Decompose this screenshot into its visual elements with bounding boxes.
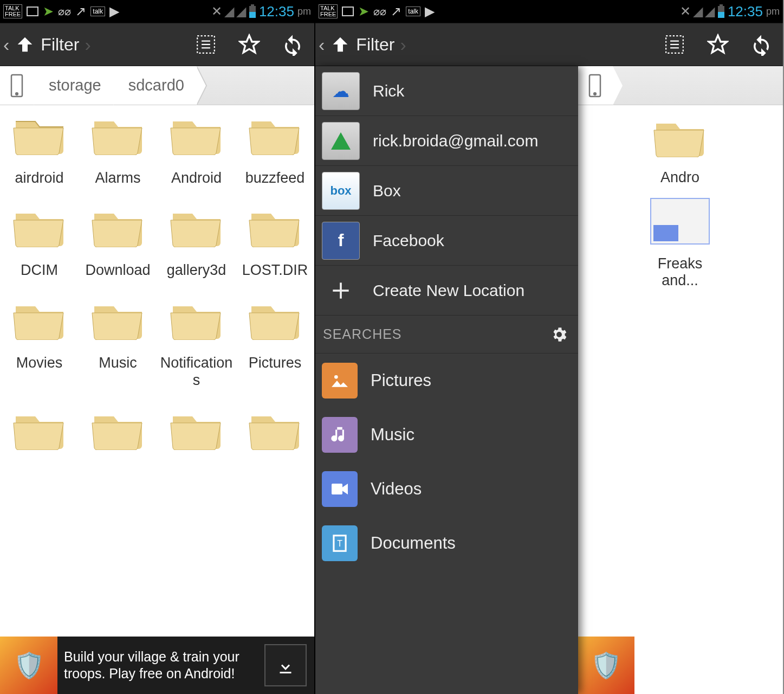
breadcrumb-storage[interactable]: storage [34,66,113,105]
select-mode-icon[interactable] [194,33,218,56]
ad-download-button[interactable] [264,644,307,686]
location-box[interactable]: box Box [315,166,578,216]
svg-rect-2 [249,12,256,18]
talkfree-icon: TALKFREE [319,4,338,18]
folder-icon [91,203,145,247]
folder-icon [170,406,224,450]
folder-item[interactable]: Alarms [79,111,157,187]
search-music[interactable]: Music [315,408,578,462]
status-bar: TALKFREE ➤ ⌀⌀ ↗ talk ▶ ✕ ◢ ◢ 12:35 pm [0,0,314,23]
folder-item[interactable] [157,406,236,464]
folder-item[interactable]: Pictures [236,295,314,389]
svg-rect-0 [251,4,254,6]
talk-icon: talk [90,7,105,16]
folder-item[interactable]: Music [79,295,157,389]
folder-item[interactable]: DCIM [0,203,79,279]
folder-item[interactable]: buzzfeed [236,111,314,187]
actionbar-title[interactable]: Filter [356,35,394,55]
search-label: Music [371,425,414,445]
select-mode-icon[interactable] [663,33,686,56]
play-store-icon: ▶ [109,4,119,19]
folder-grid: airdroid Alarms Android buzzfeed DCIM Do… [0,105,314,470]
gear-icon[interactable] [550,325,568,344]
search-pictures[interactable]: Pictures [315,354,578,408]
folder-label: LOST.DIR [242,261,308,279]
gallery-icon [27,7,38,16]
forward-chevron-icon: › [398,34,406,55]
status-bar: TALKFREE ➤ ⌀⌀ ↗ talk ▶ ✕ ◢ ◢ 12:35 pm [315,0,783,23]
location-google-drive[interactable]: rick.broida@gmail.com [315,116,578,166]
status-left: TALKFREE ➤ ⌀⌀ ↗ talk ▶ [319,4,435,19]
folder-icon [248,406,302,450]
folder-item[interactable]: LOST.DIR [236,203,314,279]
folder-label: Alarms [95,169,140,187]
clock-ampm: pm [297,6,311,17]
refresh-icon[interactable] [281,33,304,56]
location-facebook[interactable]: f Facebook [315,216,578,266]
search-label: Documents [371,534,456,553]
folder-item[interactable]: Andro [639,113,721,186]
send-icon: ➤ [358,4,369,19]
ad-text: Build your village & train your troops. … [57,648,264,683]
location-label: Facebook [373,232,444,250]
folder-icon [12,295,67,340]
back-chevron-icon[interactable]: ‹ [0,34,10,55]
svg-point-19 [594,93,596,95]
folder-item[interactable]: Android [157,111,236,187]
folder-label: DCIM [21,261,58,279]
refresh-icon[interactable] [749,33,773,56]
folder-label: gallery3d [167,261,226,279]
up-button[interactable] [326,30,355,59]
searches-label: SEARCHES [323,326,402,342]
videos-icon [322,471,358,507]
folder-item[interactable] [236,406,314,464]
ad-banner[interactable]: 🛡️ Build your village & train your troop… [0,637,314,694]
search-documents[interactable]: T Documents [315,516,578,570]
folder-item[interactable]: Download [79,203,157,279]
folder-item[interactable] [0,406,79,464]
folder-item[interactable]: airdroid [0,111,79,187]
video-item[interactable]: Freaks and... [639,198,721,289]
breadcrumb-root[interactable] [0,66,34,105]
voicemail-icon: ⌀⌀ [58,5,71,18]
play-store-icon: ▶ [425,4,435,19]
ad-thumb-icon[interactable]: 🛡️ [577,637,634,694]
back-chevron-icon[interactable]: ‹ [315,34,326,55]
vibrate-icon: ✕ [680,4,691,19]
clock-time: 12:35 [728,3,763,20]
send-icon: ➤ [43,4,54,19]
folder-icon [170,111,224,155]
folder-label: buzzfeed [245,169,305,187]
search-videos[interactable]: Videos [315,462,578,516]
folder-item[interactable]: Movies [0,295,79,389]
svg-rect-10 [720,4,723,6]
create-new-location-label: Create New Location [373,281,524,300]
facebook-icon: f [322,222,360,260]
folder-label: Movies [16,354,63,371]
folder-item[interactable]: Notifications [157,295,236,389]
star-icon[interactable] [706,33,730,56]
folder-icon [91,406,145,450]
location-onedrive[interactable]: ☁ Rick [315,66,578,116]
box-icon: box [322,172,360,210]
vibrate-icon: ✕ [211,4,222,19]
folder-item[interactable]: gallery3d [157,203,236,279]
main-content-strip: Andro Freaks and... 🛡️ [577,66,783,694]
star-icon[interactable] [237,33,261,56]
battery-icon [248,4,257,18]
breadcrumb-sdcard0[interactable]: sdcard0 [113,66,196,105]
up-button[interactable] [10,30,40,59]
folder-label: Download [85,261,150,279]
video-label: Freaks and... [658,255,703,288]
svg-rect-23 [332,484,342,494]
folder-item[interactable] [79,406,157,464]
actionbar-title[interactable]: Filter [41,35,79,55]
create-new-location[interactable]: Create New Location [315,266,578,316]
drive-icon [322,122,360,160]
battery-icon [717,4,725,18]
clock-ampm: pm [766,6,780,17]
search-label: Pictures [371,371,431,390]
gallery-icon [342,7,354,16]
breadcrumb-root[interactable] [577,66,613,105]
clock-time: 12:35 [259,3,294,20]
